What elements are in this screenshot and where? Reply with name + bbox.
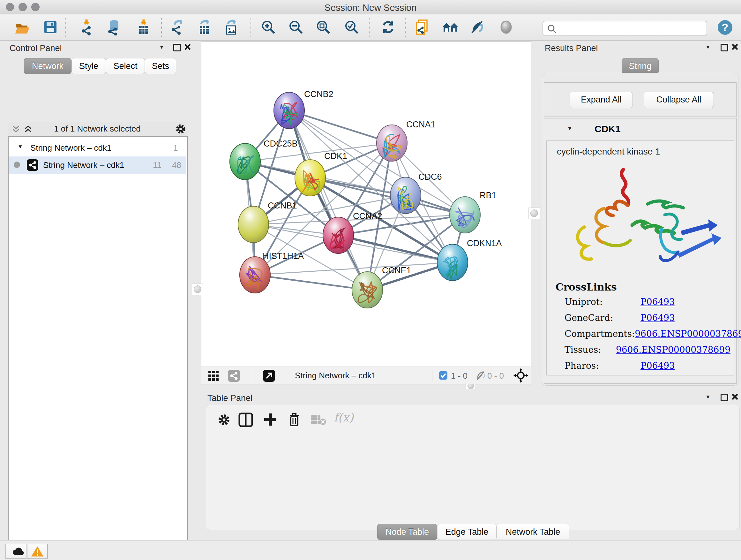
- warnings-button[interactable]: [27, 544, 48, 559]
- crosslink-row: Compartments:9606.ENSP00000378699: [564, 328, 731, 339]
- add-column-icon[interactable]: [263, 412, 278, 427]
- network-node-ccnb1[interactable]: [238, 206, 269, 243]
- hidden-eye-icon: [475, 370, 486, 381]
- crosslink-link[interactable]: P06493: [641, 313, 675, 323]
- crosslink-row: Tissues:9606.ENSP00000378699: [564, 345, 731, 355]
- network-label: String Network – cdk1: [43, 160, 124, 170]
- tab-node-table[interactable]: Node Table: [377, 524, 437, 540]
- refresh-icon[interactable]: [380, 19, 396, 36]
- clone-network-icon[interactable]: [414, 19, 431, 36]
- tab-string[interactable]: String: [622, 58, 659, 74]
- gear-icon[interactable]: [175, 124, 186, 134]
- split-columns-icon[interactable]: [238, 412, 253, 428]
- zoom-selected-icon[interactable]: [343, 19, 360, 36]
- node-label-ccnb2: CCNB2: [304, 89, 333, 99]
- delete-column-icon[interactable]: [287, 412, 301, 428]
- table-gear-icon[interactable]: [218, 414, 230, 426]
- hide-selection-icon[interactable]: [469, 19, 486, 36]
- save-session-icon[interactable]: [42, 19, 59, 36]
- network-node-cdk1[interactable]: [295, 160, 326, 196]
- svg-text:?: ?: [722, 21, 729, 33]
- crosslink-link[interactable]: P06493: [641, 297, 675, 307]
- table-panel-menu-icon[interactable]: ▼: [705, 394, 711, 400]
- toolbar-separator: [65, 18, 66, 37]
- table-panel-body: f(x) shared namenamecanonical namedataba…: [206, 405, 740, 530]
- section-collapse-icon[interactable]: ▼: [567, 125, 572, 132]
- section-title: CDK1: [595, 124, 621, 134]
- crosslink-link[interactable]: 9606.ENSP00000378699: [635, 328, 741, 339]
- string-network-graph[interactable]: CCNB2CCNA1CDC25BCDK1CDC6RB1CCNB1CCNA2CDK…: [201, 42, 531, 367]
- table-panel-float-icon[interactable]: [721, 394, 728, 401]
- zoom-out-icon[interactable]: [287, 19, 304, 36]
- search-bar[interactable]: [542, 21, 707, 36]
- network-edge[interactable]: [255, 275, 367, 290]
- collapse-all-button[interactable]: Collapse All: [644, 91, 714, 108]
- network-edge[interactable]: [338, 235, 453, 262]
- results-panel-menu-icon[interactable]: ▼: [705, 44, 711, 51]
- network-row-selected[interactable]: String Network – cdk1 11 48: [9, 157, 186, 174]
- network-node-cdc6[interactable]: [390, 177, 421, 213]
- network-node-ccnb2[interactable]: [274, 92, 305, 129]
- export-network-icon[interactable]: [169, 19, 185, 36]
- import-database-icon[interactable]: [106, 19, 123, 36]
- application-window: Session: New Session: [0, 0, 741, 560]
- crosslink-row: Uniprot:P06493: [564, 297, 731, 307]
- network-collection-row[interactable]: ▼ String Network – cdk1 1: [9, 139, 186, 157]
- tab-edge-table[interactable]: Edge Table: [437, 524, 496, 540]
- search-input[interactable]: [560, 22, 701, 34]
- delete-table-icon: [310, 414, 327, 426]
- crosslink-link[interactable]: 9606.ENSP00000378699: [616, 345, 731, 355]
- results-panel-close-icon[interactable]: [731, 44, 738, 51]
- network-view-title: String Network – cdk1: [295, 371, 376, 381]
- network-node-ccna1[interactable]: [377, 125, 407, 161]
- export-image-icon[interactable]: [223, 19, 239, 36]
- node-label-cdk1: CDK1: [324, 151, 347, 161]
- import-table-icon[interactable]: [135, 19, 152, 36]
- share-view-icon[interactable]: [227, 369, 240, 382]
- control-panel-close-icon[interactable]: [184, 44, 191, 51]
- string-network-badge-icon: [26, 159, 39, 171]
- zoom-fit-icon[interactable]: [315, 19, 332, 36]
- control-panel-menu-icon[interactable]: ▼: [159, 44, 164, 51]
- home-networks-icon[interactable]: [441, 19, 458, 36]
- help-button[interactable]: ?: [717, 19, 733, 37]
- tab-network-table[interactable]: Network Table: [496, 524, 569, 540]
- expand-all-button[interactable]: Expand All: [569, 91, 633, 108]
- table-panel-close-icon[interactable]: [731, 393, 738, 400]
- node-label-cdc25b: CDC25B: [264, 139, 298, 148]
- network-canvas[interactable]: CCNB2CCNA1CDC25BCDK1CDC6RB1CCNB1CCNA2CDK…: [201, 42, 531, 367]
- network-edge[interactable]: [289, 111, 392, 143]
- network-node-cdkn1a[interactable]: [437, 244, 468, 281]
- import-network-icon[interactable]: [79, 19, 95, 36]
- network-node-hist1h1a[interactable]: [240, 257, 270, 293]
- results-panel-float-icon[interactable]: [721, 44, 728, 51]
- network-node-ccna2[interactable]: [323, 217, 354, 253]
- tab-select[interactable]: Select: [106, 58, 145, 74]
- tab-sets[interactable]: Sets: [145, 58, 176, 74]
- left-divider-handle[interactable]: [192, 284, 203, 295]
- network-node-count: 11: [153, 160, 161, 170]
- tab-network[interactable]: Network: [24, 58, 71, 74]
- open-file-icon[interactable]: [14, 19, 30, 36]
- selected-checkbox-icon[interactable]: [439, 371, 448, 380]
- network-collection-label: String Network – cdk1: [30, 143, 111, 153]
- eye-disabled-icon: [498, 19, 515, 36]
- export-table-icon[interactable]: [196, 19, 212, 36]
- network-edge[interactable]: [289, 111, 367, 290]
- network-node-cdc25b[interactable]: [230, 143, 260, 180]
- cloud-button[interactable]: [5, 544, 26, 559]
- toolbar-separator: [471, 369, 471, 382]
- network-node-rb1[interactable]: [450, 197, 480, 233]
- open-in-new-window-icon[interactable]: [263, 369, 275, 382]
- crosslink-label: Pharos:: [564, 361, 641, 371]
- node-label-ccna2: CCNA2: [353, 211, 382, 221]
- crosslink-link[interactable]: P06493: [641, 361, 675, 371]
- grid-view-icon[interactable]: [208, 370, 219, 381]
- birdseye-view-icon[interactable]: [514, 368, 528, 384]
- zoom-in-icon[interactable]: [260, 19, 277, 36]
- control-panel-float-icon[interactable]: [173, 44, 181, 51]
- network-node-ccne1[interactable]: [352, 272, 383, 308]
- tab-style[interactable]: Style: [71, 58, 106, 74]
- collapse-tree-icon[interactable]: ▼: [17, 144, 23, 150]
- network-collection-count: 1: [173, 143, 178, 153]
